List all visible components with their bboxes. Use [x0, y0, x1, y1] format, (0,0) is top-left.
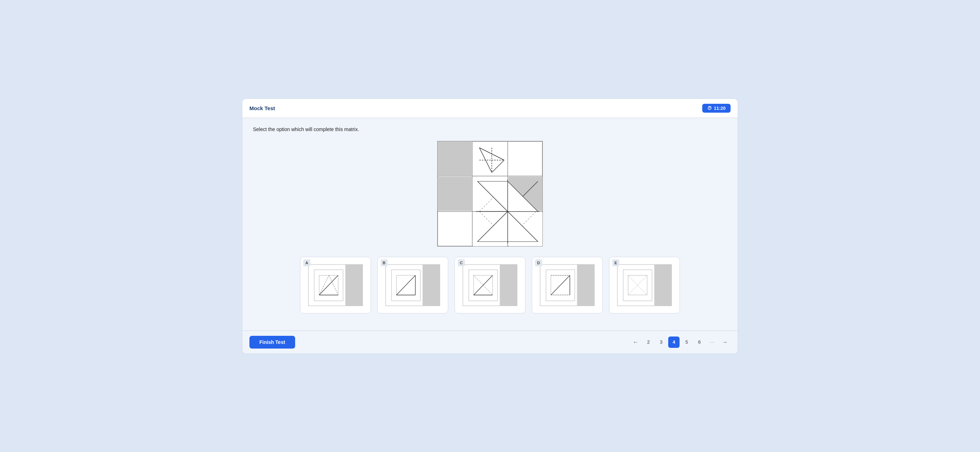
svg-rect-5: [438, 141, 472, 176]
option-d[interactable]: D: [532, 257, 603, 314]
pagination-dots: ···: [706, 336, 718, 348]
header: Mock Test ⏱ 11:20: [242, 99, 738, 118]
option-a-label: A: [303, 259, 310, 266]
svg-rect-6: [438, 177, 472, 211]
options-row: A B: [253, 257, 727, 314]
timer-value: 11:20: [714, 105, 725, 111]
option-c[interactable]: C: [455, 257, 525, 314]
option-e[interactable]: E: [609, 257, 680, 314]
question-text: Select the option which will complete th…: [253, 126, 727, 132]
matrix-wrapper: ?: [253, 141, 727, 247]
svg-rect-50: [500, 264, 517, 306]
content-area: Select the option which will complete th…: [242, 118, 738, 331]
prev-page-button[interactable]: ←: [630, 336, 641, 348]
svg-rect-43: [423, 264, 440, 306]
matrix-image: ?: [437, 141, 543, 247]
page-4-button[interactable]: 4: [668, 336, 679, 348]
main-container: Mock Test ⏱ 11:20 Select the option whic…: [242, 99, 738, 354]
svg-rect-35: [345, 264, 363, 306]
page-3-button[interactable]: 3: [655, 336, 667, 348]
footer: Finish Test ← 2 3 4 5 6 ··· →: [242, 331, 738, 353]
option-b-label: B: [380, 259, 388, 266]
pagination: ← 2 3 4 5 6 ··· →: [630, 336, 730, 348]
option-c-label: C: [458, 259, 465, 266]
clock-icon: ⏱: [707, 105, 712, 111]
page-2-button[interactable]: 2: [643, 336, 654, 348]
next-page-button[interactable]: →: [719, 336, 730, 348]
option-d-label: D: [535, 259, 542, 266]
option-a[interactable]: A: [300, 257, 371, 314]
finish-test-button[interactable]: Finish Test: [250, 336, 295, 349]
test-title: Mock Test: [250, 105, 275, 111]
page-6-button[interactable]: 6: [694, 336, 705, 348]
svg-rect-65: [654, 264, 672, 306]
page-5-button[interactable]: 5: [681, 336, 692, 348]
option-b[interactable]: B: [377, 257, 448, 314]
svg-rect-57: [577, 264, 595, 306]
svg-rect-17: [508, 142, 542, 175]
option-e-label: E: [612, 259, 619, 266]
timer-badge: ⏱ 11:20: [702, 104, 730, 113]
